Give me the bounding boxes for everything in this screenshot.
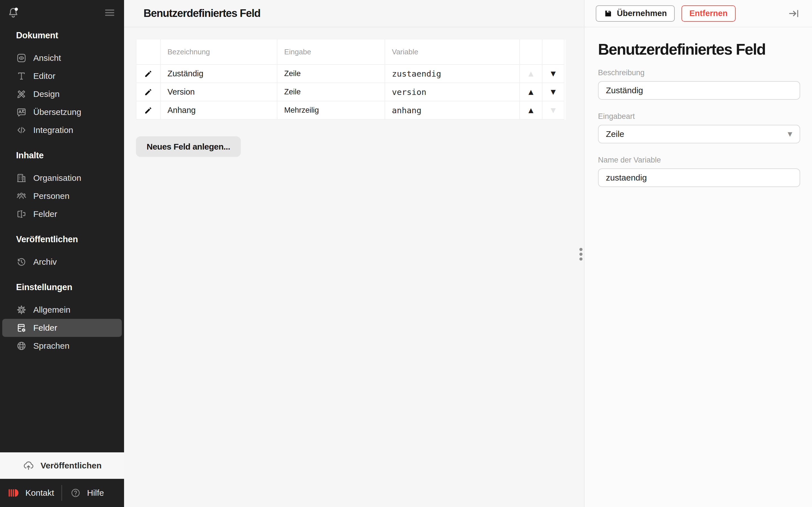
cell-variable: anhang: [385, 101, 520, 120]
help-button[interactable]: Hilfe: [70, 488, 104, 498]
sidebar-nav: Dokument Ansicht Editor Design Übersetzu…: [0, 21, 124, 355]
page-title: Benutzerdefiniertes Feld: [144, 7, 260, 19]
select-value: Zeile: [606, 129, 624, 139]
sidebar-item-archiv[interactable]: Archiv: [2, 253, 122, 271]
cell-eingabe: Zeile: [277, 83, 385, 101]
table-row-cell: [137, 65, 161, 83]
publish-button[interactable]: Veröffentlichen: [0, 452, 124, 479]
nav-section-title: Veröffentlichen: [0, 234, 124, 244]
panel-body: Benutzerdefiniertes Feld Beschreibung Ei…: [585, 27, 812, 187]
sidebar-item-label: Ansicht: [33, 53, 61, 63]
sidebar-item-felder-inhalte[interactable]: Felder: [2, 205, 122, 223]
sidebar-item-editor[interactable]: Editor: [2, 67, 122, 85]
input-type-select[interactable]: Zeile ▼: [598, 125, 800, 144]
field-group-beschreibung: Beschreibung: [598, 68, 800, 100]
sidebar-item-sprachen[interactable]: Sprachen: [2, 337, 122, 355]
code-icon: [16, 125, 27, 135]
sidebar-item-label: Editor: [33, 71, 55, 81]
fields-table: Bezeichnung Eingabe Variable Zuständig Z…: [136, 39, 566, 120]
cell-bezeichnung: Version: [161, 83, 277, 101]
edit-row-button[interactable]: [144, 106, 153, 115]
sidebar-item-label: Personen: [33, 191, 69, 201]
contact-button[interactable]: Kontakt: [0, 487, 54, 499]
sidebar-item-organisation[interactable]: Organisation: [2, 169, 122, 187]
move-down-button[interactable]: ▼: [551, 70, 556, 77]
cell-eingabe: Mehrzeilig: [277, 101, 385, 120]
remove-button[interactable]: Entfernen: [681, 5, 735, 22]
main-content: Benutzerdefiniertes Feld Bezeichnung Ein…: [124, 0, 584, 507]
footer-divider: [61, 485, 62, 501]
sidebar-item-ansicht[interactable]: Ansicht: [2, 49, 122, 67]
sidebar-item-allgemein[interactable]: Allgemein: [2, 301, 122, 319]
move-up-button[interactable]: ▲: [528, 89, 534, 95]
sidebar-item-label: Integration: [33, 125, 73, 135]
table-row-cell: ▲: [520, 101, 543, 120]
sidebar-item-integration[interactable]: Integration: [2, 121, 122, 139]
table-row-cell: ▼: [543, 83, 564, 101]
nav-section-title: Einstellungen: [0, 282, 124, 292]
nav-section-dokument: Dokument Ansicht Editor Design Übersetzu…: [0, 31, 124, 139]
panel-splitter[interactable]: [584, 0, 585, 507]
table-row-cell: ▲: [520, 65, 543, 83]
nav-section-title: Inhalte: [0, 151, 124, 161]
list-gear-icon: [16, 323, 27, 333]
table-row-cell: ▼: [543, 101, 564, 120]
apply-button[interactable]: Übernehmen: [596, 5, 675, 22]
table-header-down: [543, 40, 564, 65]
table-header-up: [520, 40, 543, 65]
cell-variable: zustaendig: [385, 65, 520, 83]
variable-name-input[interactable]: [598, 168, 800, 187]
sidebar-item-uebersetzung[interactable]: Übersetzung: [2, 103, 122, 121]
collapse-panel-icon[interactable]: [788, 8, 800, 19]
translate-icon: [16, 107, 27, 117]
move-up-button[interactable]: ▲: [528, 70, 534, 77]
sidebar-item-label: Design: [33, 89, 59, 99]
sidebar-item-label: Archiv: [33, 257, 57, 267]
apply-button-label: Übernehmen: [617, 9, 667, 18]
nav-section-inhalte: Inhalte Organisation Personen Felder: [0, 151, 124, 223]
field-label: Beschreibung: [598, 68, 800, 77]
gear-icon: [16, 304, 27, 315]
move-down-button[interactable]: ▼: [551, 89, 556, 95]
globe-icon: [16, 341, 27, 351]
detail-panel: Übernehmen Entfernen Benutzerdefiniertes…: [585, 0, 812, 507]
hamburger-menu-icon[interactable]: [103, 6, 117, 18]
nav-section-einstellungen: Einstellungen Allgemein Felder Sprachen: [0, 282, 124, 355]
field-group-eingabeart: Eingabeart Zeile ▼: [598, 112, 800, 144]
table-row-cell: ▼: [543, 65, 564, 83]
building-icon: [16, 173, 27, 183]
cell-eingabe: Zeile: [277, 65, 385, 83]
sidebar-item-felder-einstellungen[interactable]: Felder: [2, 319, 122, 337]
cloud-upload-icon: [22, 460, 35, 471]
history-icon: [16, 257, 27, 267]
notification-bell-icon[interactable]: [7, 6, 20, 19]
sidebar-item-label: Organisation: [33, 173, 81, 183]
splitter-drag-handle-icon[interactable]: [579, 248, 582, 261]
field-group-variable: Name der Variable: [598, 156, 800, 187]
move-down-button[interactable]: ▼: [551, 107, 556, 114]
nav-section-title: Dokument: [0, 31, 124, 41]
sidebar: Dokument Ansicht Editor Design Übersetzu…: [0, 0, 124, 507]
table-row-cell: [137, 83, 161, 101]
move-up-button[interactable]: ▲: [528, 107, 534, 114]
field-label: Name der Variable: [598, 156, 800, 165]
sidebar-item-label: Felder: [33, 323, 57, 333]
field-cursor-icon: [16, 209, 27, 219]
panel-header: Übernehmen Entfernen: [585, 0, 812, 27]
cell-bezeichnung: Zuständig: [161, 65, 277, 83]
cell-variable: version: [385, 83, 520, 101]
nav-section-veroeffentlichen: Veröffentlichen Archiv: [0, 234, 124, 271]
sidebar-item-personen[interactable]: Personen: [2, 187, 122, 205]
help-label: Hilfe: [87, 488, 104, 498]
design-icon: [16, 89, 27, 100]
app-window: Dokument Ansicht Editor Design Übersetzu…: [0, 0, 812, 507]
edit-row-button[interactable]: [144, 69, 153, 78]
new-field-button[interactable]: Neues Feld anlegen...: [136, 136, 241, 157]
edit-row-button[interactable]: [144, 87, 153, 97]
text-icon: [16, 71, 27, 81]
table-header-bezeichnung: Bezeichnung: [161, 40, 277, 65]
description-input[interactable]: [598, 81, 800, 100]
table-header-edit: [137, 40, 161, 65]
sidebar-item-design[interactable]: Design: [2, 85, 122, 103]
people-icon: [16, 191, 27, 202]
